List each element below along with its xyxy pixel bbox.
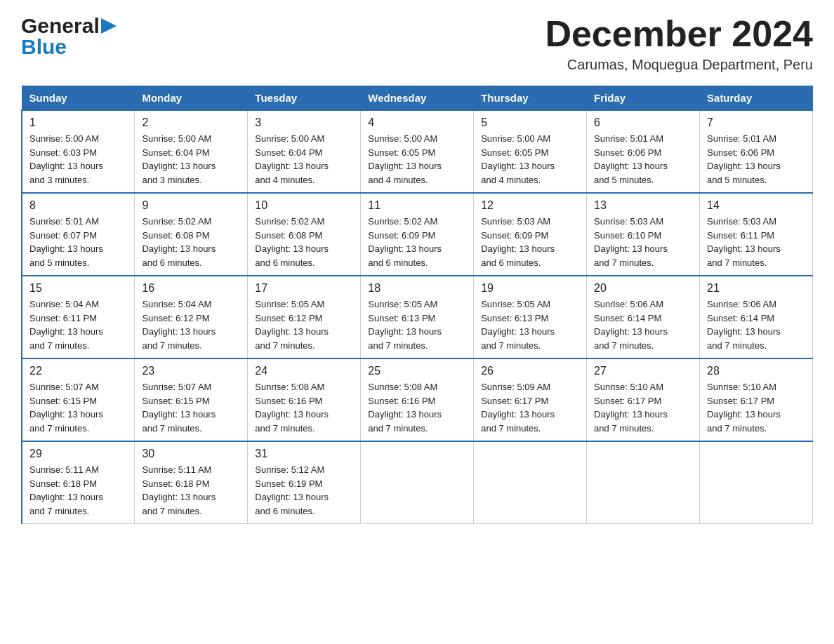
calendar-cell: 10Sunrise: 5:02 AMSunset: 6:08 PMDayligh… [248, 193, 361, 276]
day-info: Sunrise: 5:00 AMSunset: 6:03 PMDaylight:… [29, 132, 127, 187]
calendar-cell: 30Sunrise: 5:11 AMSunset: 6:18 PMDayligh… [135, 441, 248, 524]
week-row-2: 8Sunrise: 5:01 AMSunset: 6:07 PMDaylight… [22, 193, 813, 276]
calendar-cell: 8Sunrise: 5:01 AMSunset: 6:07 PMDaylight… [22, 193, 135, 276]
day-info: Sunrise: 5:00 AMSunset: 6:05 PMDaylight:… [368, 132, 466, 187]
calendar-cell: 16Sunrise: 5:04 AMSunset: 6:12 PMDayligh… [135, 276, 248, 358]
calendar-cell: 20Sunrise: 5:06 AMSunset: 6:14 PMDayligh… [587, 276, 700, 358]
calendar-cell: 19Sunrise: 5:05 AMSunset: 6:13 PMDayligh… [474, 276, 587, 358]
calendar-cell: 17Sunrise: 5:05 AMSunset: 6:12 PMDayligh… [248, 276, 361, 358]
day-number: 28 [707, 365, 805, 377]
calendar-cell: 13Sunrise: 5:03 AMSunset: 6:10 PMDayligh… [587, 193, 700, 276]
day-info: Sunrise: 5:09 AMSunset: 6:17 PMDaylight:… [481, 380, 579, 435]
day-info: Sunrise: 5:00 AMSunset: 6:04 PMDaylight:… [255, 132, 353, 187]
day-info: Sunrise: 5:00 AMSunset: 6:04 PMDaylight:… [142, 132, 240, 187]
day-number: 24 [255, 365, 353, 377]
day-number: 3 [255, 116, 353, 129]
day-info: Sunrise: 5:05 AMSunset: 6:12 PMDaylight:… [255, 297, 353, 352]
day-info: Sunrise: 5:11 AMSunset: 6:18 PMDaylight:… [29, 463, 127, 518]
calendar-cell: 14Sunrise: 5:03 AMSunset: 6:11 PMDayligh… [700, 193, 813, 276]
day-info: Sunrise: 5:08 AMSunset: 6:16 PMDaylight:… [255, 380, 353, 435]
day-info: Sunrise: 5:07 AMSunset: 6:15 PMDaylight:… [29, 380, 127, 435]
week-row-4: 22Sunrise: 5:07 AMSunset: 6:15 PMDayligh… [22, 358, 813, 441]
day-number: 31 [255, 448, 353, 460]
calendar-header-sunday: Sunday [22, 86, 135, 111]
calendar-cell [700, 441, 813, 524]
day-number: 5 [481, 116, 579, 129]
day-info: Sunrise: 5:12 AMSunset: 6:19 PMDaylight:… [255, 463, 353, 518]
calendar-cell: 15Sunrise: 5:04 AMSunset: 6:11 PMDayligh… [22, 276, 135, 358]
svg-marker-0 [101, 18, 117, 34]
day-info: Sunrise: 5:06 AMSunset: 6:14 PMDaylight:… [594, 297, 692, 352]
day-info: Sunrise: 5:00 AMSunset: 6:05 PMDaylight:… [481, 132, 579, 187]
day-number: 26 [481, 365, 579, 377]
title-area: December 2024 Carumas, Moquegua Departme… [545, 14, 813, 73]
calendar-cell: 27Sunrise: 5:10 AMSunset: 6:17 PMDayligh… [587, 358, 700, 441]
calendar-cell: 7Sunrise: 5:01 AMSunset: 6:06 PMDaylight… [700, 110, 813, 193]
calendar-table: SundayMondayTuesdayWednesdayThursdayFrid… [21, 86, 813, 524]
calendar-cell: 21Sunrise: 5:06 AMSunset: 6:14 PMDayligh… [700, 276, 813, 358]
calendar-cell [587, 441, 700, 524]
calendar-cell: 29Sunrise: 5:11 AMSunset: 6:18 PMDayligh… [22, 441, 135, 524]
day-info: Sunrise: 5:02 AMSunset: 6:08 PMDaylight:… [142, 215, 240, 269]
calendar-cell: 25Sunrise: 5:08 AMSunset: 6:16 PMDayligh… [361, 358, 474, 441]
calendar-cell: 6Sunrise: 5:01 AMSunset: 6:06 PMDaylight… [587, 110, 700, 193]
day-info: Sunrise: 5:04 AMSunset: 6:12 PMDaylight:… [142, 297, 240, 352]
day-info: Sunrise: 5:01 AMSunset: 6:06 PMDaylight:… [594, 132, 692, 187]
day-number: 19 [481, 282, 579, 295]
day-info: Sunrise: 5:03 AMSunset: 6:11 PMDaylight:… [707, 215, 805, 269]
day-number: 9 [142, 199, 240, 212]
logo-blue: Blue [21, 35, 67, 58]
calendar-cell [474, 441, 587, 524]
day-number: 22 [29, 365, 127, 377]
day-info: Sunrise: 5:10 AMSunset: 6:17 PMDaylight:… [707, 380, 805, 435]
calendar-cell: 9Sunrise: 5:02 AMSunset: 6:08 PMDaylight… [135, 193, 248, 276]
calendar-header-monday: Monday [135, 86, 248, 111]
day-number: 20 [594, 282, 692, 295]
day-info: Sunrise: 5:03 AMSunset: 6:09 PMDaylight:… [481, 215, 579, 269]
day-info: Sunrise: 5:02 AMSunset: 6:08 PMDaylight:… [255, 215, 353, 269]
day-info: Sunrise: 5:07 AMSunset: 6:15 PMDaylight:… [142, 380, 240, 435]
logo-general: General [21, 14, 100, 38]
day-info: Sunrise: 5:05 AMSunset: 6:13 PMDaylight:… [368, 297, 466, 352]
calendar-cell: 5Sunrise: 5:00 AMSunset: 6:05 PMDaylight… [474, 110, 587, 193]
week-row-3: 15Sunrise: 5:04 AMSunset: 6:11 PMDayligh… [22, 276, 813, 358]
day-number: 13 [594, 199, 692, 212]
calendar-cell: 31Sunrise: 5:12 AMSunset: 6:19 PMDayligh… [248, 441, 361, 524]
day-number: 16 [142, 282, 240, 295]
week-row-5: 29Sunrise: 5:11 AMSunset: 6:18 PMDayligh… [22, 441, 813, 524]
calendar-header-friday: Friday [587, 86, 700, 111]
calendar-cell: 2Sunrise: 5:00 AMSunset: 6:04 PMDaylight… [135, 110, 248, 193]
calendar-header-saturday: Saturday [700, 86, 813, 111]
calendar-cell: 24Sunrise: 5:08 AMSunset: 6:16 PMDayligh… [248, 358, 361, 441]
day-number: 6 [594, 116, 692, 129]
calendar-header-thursday: Thursday [474, 86, 587, 111]
day-number: 18 [368, 282, 466, 295]
calendar-cell [361, 441, 474, 524]
day-number: 2 [142, 116, 240, 129]
day-info: Sunrise: 5:01 AMSunset: 6:06 PMDaylight:… [707, 132, 805, 187]
calendar-cell: 12Sunrise: 5:03 AMSunset: 6:09 PMDayligh… [474, 193, 587, 276]
day-number: 17 [255, 282, 353, 295]
day-number: 14 [707, 199, 805, 212]
day-number: 10 [255, 199, 353, 212]
day-info: Sunrise: 5:03 AMSunset: 6:10 PMDaylight:… [594, 215, 692, 269]
page-subtitle: Carumas, Moquegua Department, Peru [545, 57, 813, 73]
day-info: Sunrise: 5:01 AMSunset: 6:07 PMDaylight:… [29, 215, 127, 269]
day-info: Sunrise: 5:02 AMSunset: 6:09 PMDaylight:… [368, 215, 466, 269]
day-number: 12 [481, 199, 579, 212]
day-info: Sunrise: 5:04 AMSunset: 6:11 PMDaylight:… [29, 297, 127, 352]
calendar-header-tuesday: Tuesday [248, 86, 361, 111]
logo-triangle-icon [101, 18, 117, 34]
week-row-1: 1Sunrise: 5:00 AMSunset: 6:03 PMDaylight… [22, 110, 813, 193]
day-number: 29 [29, 448, 127, 460]
calendar-cell: 18Sunrise: 5:05 AMSunset: 6:13 PMDayligh… [361, 276, 474, 358]
day-info: Sunrise: 5:10 AMSunset: 6:17 PMDaylight:… [594, 380, 692, 435]
day-info: Sunrise: 5:11 AMSunset: 6:18 PMDaylight:… [142, 463, 240, 518]
logo: General Blue [21, 14, 117, 59]
day-number: 4 [368, 116, 466, 129]
day-number: 25 [368, 365, 466, 377]
day-number: 23 [142, 365, 240, 377]
day-number: 27 [594, 365, 692, 377]
day-number: 30 [142, 448, 240, 460]
calendar-cell: 23Sunrise: 5:07 AMSunset: 6:15 PMDayligh… [135, 358, 248, 441]
